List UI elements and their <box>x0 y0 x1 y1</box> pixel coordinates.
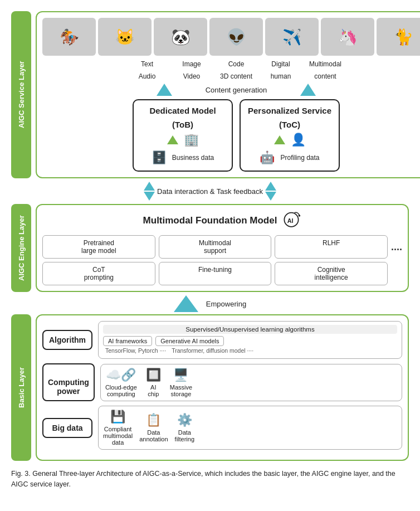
multimodal-label: Compliant multimodal data <box>103 426 133 446</box>
label-code: Code <box>214 59 258 69</box>
interaction-arrow-row: Data interaction & Task feedback <box>11 182 409 201</box>
dedicated-data-label: Business data <box>172 154 214 162</box>
image-horse: 🏇 <box>42 18 96 56</box>
engine-cell-rlhf: RLHF <box>275 235 388 259</box>
label-text: Text <box>125 59 169 69</box>
label-image: Image <box>169 59 214 69</box>
image-alien: 👽 <box>209 18 263 56</box>
dedicated-subtitle: (ToB) <box>140 120 225 129</box>
diagram: AIGC Service Layer 🏇 🐱 🐼 👽 ✈️ 🦄 🐈 Text I… <box>11 11 409 490</box>
engine-title-row: Multimodal Foundation Model AI <box>42 211 402 231</box>
dedicated-building-icon: 🏢 <box>184 133 199 147</box>
filtering-item: ⚙️ Data filtering <box>175 413 194 442</box>
frameworks-label: AI frameworks <box>108 338 147 344</box>
multimodal-icon: 💾 <box>110 410 125 424</box>
figure-caption: Fig. 3. General Three-layer Architecture… <box>11 469 409 490</box>
chip-icon: 🔲 <box>146 368 161 382</box>
image-cat: 🐱 <box>98 18 152 56</box>
basic-layer-content: Algorithm Supervised/Unsupervised learni… <box>36 314 409 461</box>
annotation-label: Data annotation <box>139 429 168 442</box>
arrow-col-right <box>265 182 276 201</box>
service-layer-content: 🏇 🐱 🐼 👽 ✈️ 🦄 🐈 Text Image Code Digital M… <box>36 11 420 178</box>
arrow-col-left <box>144 182 155 201</box>
engine-title-text: Multimodal Foundation Model <box>143 215 277 226</box>
arrow-up-left <box>157 84 172 96</box>
label-multimodal: Multimodal <box>303 59 348 69</box>
generative-box: Generative AI models <box>155 336 224 346</box>
empowering-row: Empowering <box>11 295 409 312</box>
computing-items-row: ☁️🔗 Cloud-edge computing 🔲 AI chip 🖥️ Ma… <box>105 368 397 397</box>
image-panda: 🐼 <box>154 18 207 56</box>
engine-grid: Pretrained large model Multimodal suppor… <box>42 235 402 285</box>
personalized-arrow <box>274 135 285 144</box>
label-audio: Audio <box>125 71 169 81</box>
engine-layer-wrapper: AIGC Engine Layer Multimodal Foundation … <box>11 204 409 292</box>
engine-cell-finetuning: Fine-tuning <box>159 262 272 285</box>
label-video: Video <box>169 71 214 81</box>
multimodal-data-item: 💾 Compliant multimodal data <box>103 410 133 446</box>
algorithm-label: Algorithm <box>42 330 92 350</box>
small-arrow-up-1 <box>144 182 155 191</box>
small-arrow-up-2 <box>265 182 276 191</box>
service-layer-wrapper: AIGC Service Layer 🏇 🐱 🐼 👽 ✈️ 🦄 🐈 Text I… <box>11 11 409 178</box>
algorithm-content: Supervised/Unsupervised learning algorit… <box>98 321 402 359</box>
label-3d: 3D content <box>214 71 258 81</box>
chip-label: AI chip <box>148 384 159 397</box>
content-labels-row2: Audio Video 3D content human content <box>42 71 420 81</box>
bigdata-section: Big data 💾 Compliant multimodal data 📋 D… <box>42 406 402 450</box>
personalized-box: Personalized Service (ToC) 👤 🤖 Profiling… <box>240 99 340 172</box>
storage-item: 🖥️ Massive storage <box>170 368 192 397</box>
label-content: content <box>303 71 348 81</box>
algo-boxes-row: AI frameworks Generative AI models <box>103 336 397 346</box>
frameworks-sub: TensorFlow, Pytorch ···· <box>103 347 166 354</box>
engine-layer-label: AIGC Engine Layer <box>11 204 31 292</box>
empowering-arrow <box>174 295 198 312</box>
small-arrow-down-2 <box>265 192 276 201</box>
bigdata-label: Big data <box>42 418 92 438</box>
engine-cell-cognitive: Cognitive intelligence <box>275 262 388 285</box>
content-gen-label: Content generation <box>206 86 267 94</box>
empowering-label: Empowering <box>206 300 246 308</box>
engine-cell-multimodal: Multimodal support <box>159 235 272 259</box>
algorithm-section: Algorithm Supervised/Unsupervised learni… <box>42 321 402 359</box>
label-digital: Digital <box>258 59 303 69</box>
svg-text:AI: AI <box>287 217 294 224</box>
engine-cell-cot: CoT prompting <box>42 262 155 285</box>
bigdata-items-row: 💾 Compliant multimodal data 📋 Data annot… <box>103 410 397 446</box>
dedicated-icon-row: 🏢 <box>140 133 225 147</box>
storage-icon: 🖥️ <box>173 368 188 382</box>
personalized-subtitle: (ToC) <box>247 120 332 129</box>
svg-point-2 <box>299 215 301 217</box>
interaction-label: Data interaction & Task feedback <box>157 187 263 196</box>
personalized-icon-row: 👤 <box>247 133 332 147</box>
ai-head-icon: AI <box>281 211 301 231</box>
cloud-label: Cloud-edge computing <box>105 384 137 397</box>
basic-layer-wrapper: Basic Layer Algorithm Supervised/Unsuper… <box>11 314 409 461</box>
personalized-title: Personalized Service <box>247 106 332 115</box>
dedicated-data-row: 🗄️ Business data <box>140 150 225 165</box>
personalized-data-label: Profiling data <box>280 154 319 162</box>
arrow-up-right <box>300 84 316 96</box>
engine-layer-content: Multimodal Foundation Model AI Pretraine… <box>36 204 409 292</box>
service-boxes: Dedicated Model (ToB) 🏢 🗄️ Business data… <box>42 99 420 172</box>
algo-sub-row: TensorFlow, Pytorch ···· Transformer, di… <box>103 347 397 354</box>
engine-cell-pretrained: Pretrained large model <box>42 235 155 259</box>
dedicated-arrow <box>167 135 178 144</box>
personalized-data-row: 🤖 Profiling data <box>247 150 332 165</box>
dedicated-title: Dedicated Model <box>140 106 225 115</box>
generative-sub: Transformer, diffusion model ···· <box>169 347 253 354</box>
engine-dots-1: .... <box>391 235 402 259</box>
generative-label: Generative AI models <box>160 338 219 344</box>
service-images-row: 🏇 🐱 🐼 👽 ✈️ 🦄 🐈 <box>42 18 420 56</box>
small-arrow-down-1 <box>144 192 155 201</box>
dedicated-db-icon: 🗄️ <box>152 150 167 165</box>
supervised-label: Supervised/Unsupervised learning algorit… <box>103 325 397 334</box>
image-colorcat: 🐈 <box>377 18 420 56</box>
cloud-edge-item: ☁️🔗 Cloud-edge computing <box>105 368 137 397</box>
computing-section: Computing power ☁️🔗 Cloud-edge computing… <box>42 363 402 401</box>
image-unicorn: 🦄 <box>321 18 374 56</box>
filtering-icon: ⚙️ <box>177 413 192 427</box>
service-layer-label: AIGC Service Layer <box>11 11 31 178</box>
cloud-icon: ☁️🔗 <box>106 368 136 382</box>
filtering-label: Data filtering <box>175 429 194 442</box>
